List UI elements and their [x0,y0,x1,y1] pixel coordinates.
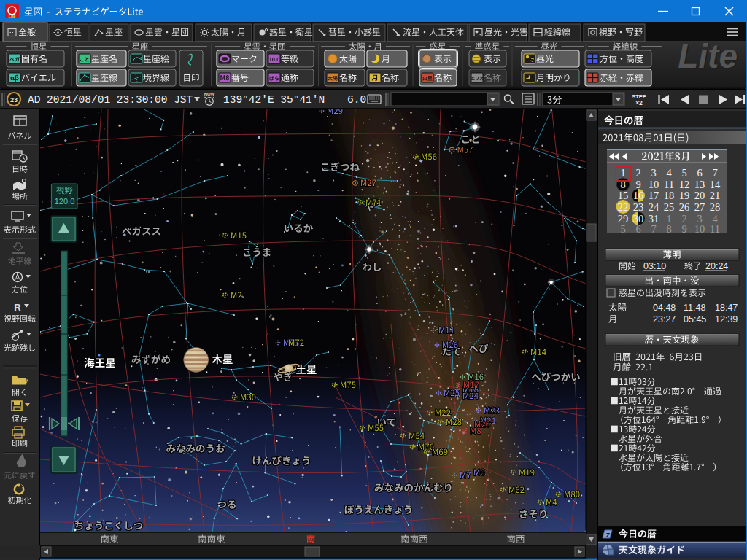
svg-text:23:27: 23:27 [653,314,676,324]
svg-text:Z: Z [606,532,611,539]
svg-text:120.0: 120.0 [55,197,75,206]
svg-text:NOW: NOW [204,92,215,96]
svg-text:6: 6 [635,223,640,235]
svg-text:14: 14 [710,179,721,190]
svg-text:R: R [14,302,21,313]
svg-text:26: 26 [679,201,690,213]
svg-text:28: 28 [710,201,721,213]
svg-text:6.0: 6.0 [347,94,366,106]
svg-text:23: 23 [633,201,644,213]
svg-text:18:47: 18:47 [715,303,738,313]
svg-text:23: 23 [10,96,18,104]
svg-text:20: 20 [694,190,705,201]
svg-text:6: 6 [697,167,702,179]
svg-text:20:24: 20:24 [705,261,728,271]
svg-text:12: 12 [679,179,690,190]
svg-text:17: 17 [649,190,659,201]
svg-text:9: 9 [681,223,686,235]
svg-text:13: 13 [694,179,705,190]
svg-text:04:48: 04:48 [653,303,676,313]
svg-text:24: 24 [649,201,659,213]
svg-text:03:10: 03:10 [643,261,666,271]
svg-text:4: 4 [666,167,672,179]
svg-text:05:45: 05:45 [684,314,706,324]
svg-text:5: 5 [620,223,625,235]
svg-text:11:48: 11:48 [684,303,705,313]
svg-text:18: 18 [664,190,675,201]
svg-text:2: 2 [635,167,640,179]
svg-text:21: 21 [710,190,721,201]
svg-text:Lite: Lite [9,14,16,18]
svg-text:11: 11 [710,223,720,235]
svg-text:10: 10 [694,223,705,235]
svg-text:15: 15 [618,190,629,201]
svg-text:8: 8 [666,223,671,235]
svg-text:×2: ×2 [635,99,643,106]
svg-text:7: 7 [712,167,717,179]
svg-text:Lite: Lite [678,37,738,75]
svg-text:22: 22 [618,201,629,213]
svg-text:3: 3 [651,167,656,179]
svg-text:16: 16 [633,190,644,201]
svg-text:12:39: 12:39 [715,314,738,324]
svg-text:9: 9 [635,179,640,190]
svg-text:7: 7 [651,223,656,235]
svg-text:27: 27 [694,201,705,213]
svg-text:5: 5 [681,167,686,179]
svg-text:11: 11 [664,179,674,190]
svg-text:AD 2021/08/01 23:30:00 JST: AD 2021/08/01 23:30:00 JST [28,94,193,106]
svg-text:19: 19 [679,190,690,201]
svg-text:1: 1 [620,167,625,179]
svg-text:10: 10 [649,179,659,190]
svg-text:139°42'E 35°41'N: 139°42'E 35°41'N [223,94,325,106]
svg-text:25: 25 [664,201,675,213]
